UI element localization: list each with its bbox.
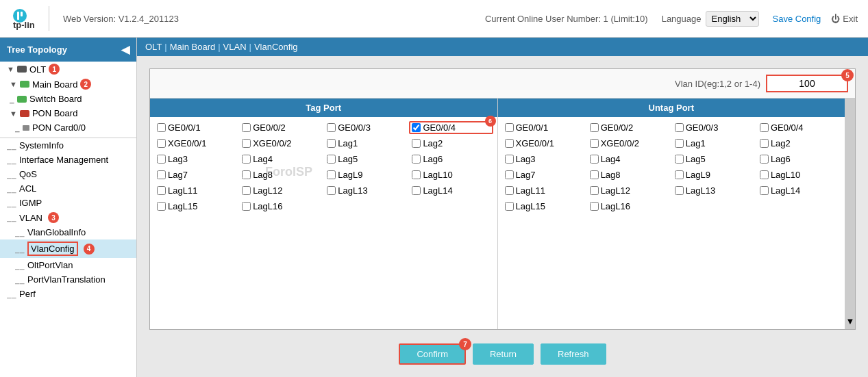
menu-item-vlan[interactable]: ⎯⎯ VLAN 3: [0, 210, 136, 225]
sidebar-item-switch-board[interactable]: ⎯ Switch Board: [0, 92, 136, 106]
tag-port-lag3-checkbox[interactable]: [157, 155, 166, 164]
confirm-button[interactable]: Confirm: [399, 343, 466, 365]
tag-port-lag5-checkbox[interactable]: [327, 155, 336, 164]
untag-port-lag1-checkbox[interactable]: [675, 139, 684, 148]
untag-port-ge002[interactable]: GE0/0/2: [587, 121, 671, 134]
tag-port-lagl9[interactable]: LagL9: [324, 168, 408, 181]
untag-port-lagl15[interactable]: LagL15: [502, 200, 586, 213]
tag-port-lagl10[interactable]: LagL10: [409, 168, 493, 181]
tag-port-lag1-checkbox[interactable]: [327, 139, 336, 148]
scroll-indicator[interactable]: ▼: [845, 99, 855, 329]
tag-port-xge001-checkbox[interactable]: [157, 139, 166, 148]
untag-port-lag3[interactable]: Lag3: [502, 153, 586, 166]
tag-port-xge002[interactable]: XGE0/0/2: [239, 137, 323, 150]
tag-port-lagl12[interactable]: LagL12: [239, 184, 323, 197]
untag-port-lag4-checkbox[interactable]: [590, 155, 599, 164]
untag-port-ge003-checkbox[interactable]: [675, 123, 684, 132]
tag-port-lagl10-checkbox[interactable]: [412, 170, 421, 179]
tag-port-xge001[interactable]: XGE0/0/1: [154, 137, 238, 150]
return-button[interactable]: Return: [473, 343, 534, 365]
tag-port-lag6-checkbox[interactable]: [412, 155, 421, 164]
untag-port-lag2[interactable]: Lag2: [757, 137, 841, 150]
tag-port-lagl11-checkbox[interactable]: [157, 186, 166, 195]
menu-item-qos[interactable]: ⎯⎯ QoS: [0, 167, 136, 181]
tag-port-lagl12-checkbox[interactable]: [242, 186, 251, 195]
sidebar-item-olt[interactable]: ▼ OLT 1: [0, 62, 136, 77]
untag-port-lagl11[interactable]: LagL11: [502, 184, 586, 197]
tag-port-ge004[interactable]: GE0/0/4 6: [409, 121, 493, 134]
untag-port-ge001[interactable]: GE0/0/1: [502, 121, 586, 134]
tag-port-lagl15[interactable]: LagL15: [154, 200, 238, 213]
menu-item-interface-mgmt[interactable]: ⎯⎯ Interface Management: [0, 153, 136, 167]
untag-port-ge004[interactable]: GE0/0/4: [757, 121, 841, 134]
tag-port-lagl13-checkbox[interactable]: [327, 186, 336, 195]
untag-port-lagl13-checkbox[interactable]: [675, 186, 684, 195]
untag-port-lagl9[interactable]: LagL9: [672, 168, 756, 181]
untag-port-lag6-checkbox[interactable]: [760, 155, 769, 164]
untag-port-xge001-checkbox[interactable]: [505, 139, 514, 148]
untag-port-lagl15-checkbox[interactable]: [505, 202, 514, 211]
tag-port-lagl9-checkbox[interactable]: [327, 170, 336, 179]
sidebar-item-main-board[interactable]: ▼ Main Board 2: [0, 77, 136, 92]
sidebar-item-pon-board[interactable]: ▼ PON Board: [0, 106, 136, 120]
tag-port-lag2[interactable]: Lag2: [409, 137, 493, 150]
language-dropdown[interactable]: English Chinese: [706, 11, 759, 27]
save-config-link[interactable]: Save Config: [773, 14, 821, 24]
refresh-button[interactable]: Refresh: [541, 343, 606, 365]
exit-button[interactable]: ⏻ Exit: [831, 14, 858, 24]
menu-item-perf[interactable]: ⎯⎯ Perf: [0, 287, 136, 301]
tag-port-lag3[interactable]: Lag3: [154, 153, 238, 166]
untag-port-xge002-checkbox[interactable]: [590, 139, 599, 148]
tag-port-xge002-checkbox[interactable]: [242, 139, 251, 148]
untag-port-lag3-checkbox[interactable]: [505, 155, 514, 164]
tag-port-ge001-checkbox[interactable]: [157, 123, 166, 132]
untag-port-lagl12[interactable]: LagL12: [587, 184, 671, 197]
untag-port-lag8[interactable]: Lag8: [587, 168, 671, 181]
tag-port-lag2-checkbox[interactable]: [412, 139, 421, 148]
untag-port-ge002-checkbox[interactable]: [590, 123, 599, 132]
menu-item-portvlantranslation[interactable]: ⎯⎯ PortVlanTranslation: [0, 272, 136, 287]
tag-port-lag8-checkbox[interactable]: [242, 170, 251, 179]
untag-port-lagl16[interactable]: LagL16: [587, 200, 671, 213]
tag-port-lagl13[interactable]: LagL13: [324, 184, 408, 197]
untag-port-lag5-checkbox[interactable]: [675, 155, 684, 164]
untag-port-lagl16-checkbox[interactable]: [590, 202, 599, 211]
tag-port-lag1[interactable]: Lag1: [324, 137, 408, 150]
vlan-id-input[interactable]: [766, 75, 848, 92]
menu-item-acl[interactable]: ⎯⎯ ACL: [0, 181, 136, 196]
untag-port-lag2-checkbox[interactable]: [760, 139, 769, 148]
untag-port-lagl10-checkbox[interactable]: [760, 170, 769, 179]
untag-port-xge002[interactable]: XGE0/0/2: [587, 137, 671, 150]
untag-port-xge001[interactable]: XGE0/0/1: [502, 137, 586, 150]
sidebar-item-pon-card[interactable]: ⎯ PON Card0/0: [0, 120, 136, 135]
menu-item-vlan-global[interactable]: ⎯⎯ VlanGlobalInfo: [0, 225, 136, 239]
untag-port-lag8-checkbox[interactable]: [590, 170, 599, 179]
untag-port-lag1[interactable]: Lag1: [672, 137, 756, 150]
tag-port-lag6[interactable]: Lag6: [409, 153, 493, 166]
untag-port-lagl14[interactable]: LagL14: [757, 184, 841, 197]
untag-port-lagl13[interactable]: LagL13: [672, 184, 756, 197]
untag-port-lag5[interactable]: Lag5: [672, 153, 756, 166]
untag-port-lag7-checkbox[interactable]: [505, 170, 514, 179]
untag-port-lagl9-checkbox[interactable]: [675, 170, 684, 179]
untag-port-lag4[interactable]: Lag4: [587, 153, 671, 166]
untag-port-lagl12-checkbox[interactable]: [590, 186, 599, 195]
tag-port-lagl16[interactable]: LagL16: [239, 200, 323, 213]
tag-port-ge004-checkbox[interactable]: [412, 123, 421, 132]
tag-port-lag8[interactable]: Lag8: [239, 168, 323, 181]
tag-port-ge003-checkbox[interactable]: [327, 123, 336, 132]
tag-port-ge002[interactable]: GE0/0/2: [239, 121, 323, 134]
untag-port-lag7[interactable]: Lag7: [502, 168, 586, 181]
menu-item-systeminfo[interactable]: ⎯⎯ SystemInfo: [0, 138, 136, 153]
tag-port-lagl11[interactable]: LagL11: [154, 184, 238, 197]
sidebar-toggle-button[interactable]: ◀: [121, 43, 129, 56]
tag-port-lag7[interactable]: Lag7: [154, 168, 238, 181]
untag-port-ge003[interactable]: GE0/0/3: [672, 121, 756, 134]
tag-port-lagl15-checkbox[interactable]: [157, 202, 166, 211]
tag-port-lagl14-checkbox[interactable]: [412, 186, 421, 195]
untag-port-ge001-checkbox[interactable]: [505, 123, 514, 132]
tag-port-ge002-checkbox[interactable]: [242, 123, 251, 132]
untag-port-lagl11-checkbox[interactable]: [505, 186, 514, 195]
tag-port-lagl14[interactable]: LagL14: [409, 184, 493, 197]
untag-port-lag6[interactable]: Lag6: [757, 153, 841, 166]
